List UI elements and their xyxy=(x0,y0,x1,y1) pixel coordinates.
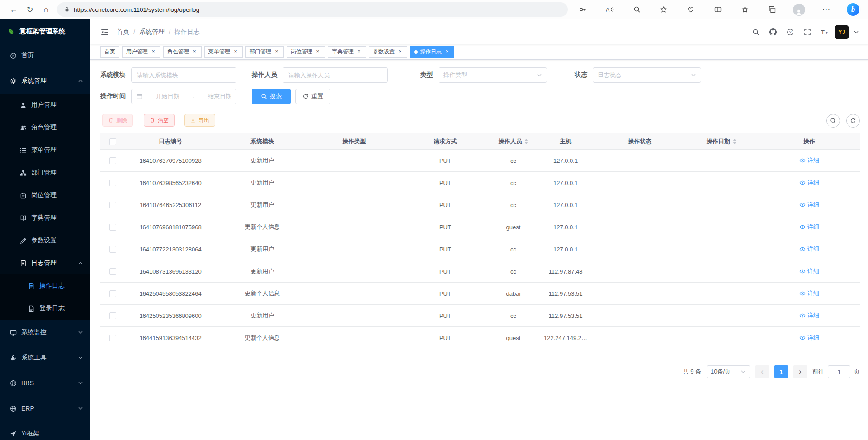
help-icon[interactable] xyxy=(783,25,797,39)
search-button[interactable]: 搜索 xyxy=(252,89,291,104)
breadcrumb-section[interactable]: 系统管理 xyxy=(139,28,165,36)
tab-users[interactable]: 用户管理× xyxy=(122,46,160,58)
tab-operlog[interactable]: 操作日志× xyxy=(410,46,454,58)
table-row[interactable]: 1642504558053822464 更新个人信息 PUT dabai 112… xyxy=(100,283,860,305)
browser-home-button[interactable]: ⌂ xyxy=(38,2,54,17)
add-favorite-icon[interactable] xyxy=(657,3,670,16)
detail-link[interactable]: 详细 xyxy=(799,267,819,275)
avatar-caret-icon[interactable] xyxy=(854,29,859,35)
password-key-icon[interactable] xyxy=(576,3,590,16)
row-checkbox[interactable] xyxy=(109,268,116,275)
more-menu-icon[interactable]: ⋯ xyxy=(819,3,833,16)
delete-button[interactable]: 删除 xyxy=(102,114,133,127)
sort-caret-icon[interactable] xyxy=(524,139,528,144)
sidebar-item-monitor[interactable]: 系统监控 xyxy=(0,320,90,345)
row-checkbox[interactable] xyxy=(109,224,116,231)
tab-close-icon[interactable]: × xyxy=(315,49,321,55)
tab-departments[interactable]: 部门管理× xyxy=(245,46,284,58)
sidebar-item-home[interactable]: 首页 xyxy=(0,43,90,68)
next-page-button[interactable]: › xyxy=(793,365,807,378)
row-checkbox[interactable] xyxy=(109,180,116,186)
sidebar-item-dict[interactable]: 字典管理 xyxy=(0,207,90,229)
tab-home[interactable]: 首页 xyxy=(100,46,119,58)
tab-close-icon[interactable]: × xyxy=(232,49,239,55)
export-button[interactable]: 导出 xyxy=(184,114,215,127)
jump-page-input[interactable] xyxy=(828,365,850,378)
table-row[interactable]: 1641077221303128064 更新用户 PUT cc 127.0.0.… xyxy=(100,238,860,260)
sort-caret-icon[interactable] xyxy=(733,139,736,144)
breadcrumb-home[interactable]: 首页 xyxy=(117,28,129,36)
detail-link[interactable]: 详细 xyxy=(799,156,819,165)
sidebar-item-roles[interactable]: 角色管理 xyxy=(0,116,90,139)
row-checkbox[interactable] xyxy=(109,246,116,253)
col-operator[interactable]: 操作人员 xyxy=(491,133,536,150)
browser-refresh-button[interactable]: ↻ xyxy=(22,2,38,17)
detail-link[interactable]: 详细 xyxy=(799,289,819,298)
row-checkbox[interactable] xyxy=(109,290,116,297)
detail-link[interactable]: 详细 xyxy=(799,223,819,231)
favorites-icon[interactable] xyxy=(738,3,752,16)
sidebar-item-menus[interactable]: 菜单管理 xyxy=(0,139,90,161)
detail-link[interactable]: 详细 xyxy=(799,201,819,209)
detail-link[interactable]: 详细 xyxy=(799,334,819,342)
sidebar-item-bbs[interactable]: BBS xyxy=(0,370,90,396)
sidebar-item-posts[interactable]: 岗位管理 xyxy=(0,184,90,207)
type-select[interactable]: 操作类型 xyxy=(439,67,547,83)
tab-close-icon[interactable]: × xyxy=(356,49,362,55)
browser-back-button[interactable]: ← xyxy=(5,2,22,17)
operator-input[interactable] xyxy=(283,67,388,83)
detail-link[interactable]: 详细 xyxy=(799,312,819,320)
sidebar-item-tools[interactable]: 系统工具 xyxy=(0,345,90,370)
read-aloud-icon[interactable] xyxy=(603,3,617,16)
tab-params[interactable]: 参数设置× xyxy=(369,46,407,58)
sidebar-item-loginlog[interactable]: 登录日志 xyxy=(0,297,90,320)
split-screen-icon[interactable] xyxy=(711,3,725,16)
tab-close-icon[interactable]: × xyxy=(274,49,280,55)
zoom-out-icon[interactable] xyxy=(630,3,644,16)
sidebar-item-yiframework[interactable]: Yi框架 xyxy=(0,421,90,440)
sidebar-item-params[interactable]: 参数设置 xyxy=(0,229,90,252)
current-page-button[interactable]: 1 xyxy=(774,365,788,378)
prev-page-button[interactable]: ‹ xyxy=(755,365,769,378)
module-input[interactable] xyxy=(131,67,236,83)
copilot-icon[interactable]: b xyxy=(846,3,860,16)
table-row[interactable]: 1641076398565232640 更新用户 PUT cc 127.0.0.… xyxy=(100,172,860,194)
date-range-picker[interactable]: 开始日期 - 结束日期 xyxy=(131,89,236,104)
detail-link[interactable]: 详细 xyxy=(799,245,819,253)
table-row[interactable]: 1641076370975100928 更新用户 PUT cc 127.0.0.… xyxy=(100,150,860,172)
user-avatar[interactable]: YJ xyxy=(835,25,849,39)
select-all-checkbox[interactable] xyxy=(109,138,116,145)
tab-close-icon[interactable]: × xyxy=(150,49,156,55)
table-row[interactable]: 1641076968181075968 更新个人信息 PUT guest 127… xyxy=(100,216,860,238)
sidebar-item-users[interactable]: 用户管理 xyxy=(0,94,90,116)
row-checkbox[interactable] xyxy=(109,202,116,208)
tab-close-icon[interactable]: × xyxy=(444,49,450,55)
table-row[interactable]: 1644159136394514432 更新个人信息 PUT guest 122… xyxy=(100,327,860,349)
profile-avatar[interactable] xyxy=(792,3,806,16)
detail-link[interactable]: 详细 xyxy=(799,179,819,187)
tab-close-icon[interactable]: × xyxy=(191,49,198,55)
tab-roles[interactable]: 角色管理× xyxy=(163,46,202,58)
tab-menus[interactable]: 菜单管理× xyxy=(204,46,243,58)
sidebar-item-departments[interactable]: 部门管理 xyxy=(0,161,90,184)
table-row[interactable]: 1641087313696133120 更新用户 PUT cc 112.97.8… xyxy=(100,260,860,283)
reset-button[interactable]: 重置 xyxy=(295,89,330,104)
address-bar[interactable]: https://ccnetcore.com:1101/system/log/op… xyxy=(57,2,568,17)
clear-button[interactable]: 清空 xyxy=(144,114,175,127)
table-row[interactable]: 1642505235366809600 更新用户 PUT cc 112.97.5… xyxy=(100,305,860,327)
table-row[interactable]: 1641076465225306112 更新用户 PUT cc 127.0.0.… xyxy=(100,194,860,216)
row-checkbox[interactable] xyxy=(109,312,116,319)
tab-dict[interactable]: 字典管理× xyxy=(328,46,366,58)
sidebar-item-system[interactable]: 系统管理 xyxy=(0,68,90,94)
show-search-button[interactable] xyxy=(826,114,840,128)
status-select[interactable]: 日志状态 xyxy=(593,67,701,83)
sidebar-fold-icon[interactable] xyxy=(100,28,109,37)
collections-icon[interactable] xyxy=(765,3,779,16)
sidebar-item-logs[interactable]: 日志管理 xyxy=(0,252,90,274)
refresh-table-button[interactable] xyxy=(846,114,860,128)
browser-essentials-icon[interactable] xyxy=(684,3,698,16)
row-checkbox[interactable] xyxy=(109,335,116,341)
row-checkbox[interactable] xyxy=(109,157,116,164)
fullscreen-icon[interactable] xyxy=(800,25,815,39)
tab-close-icon[interactable]: × xyxy=(397,49,403,55)
